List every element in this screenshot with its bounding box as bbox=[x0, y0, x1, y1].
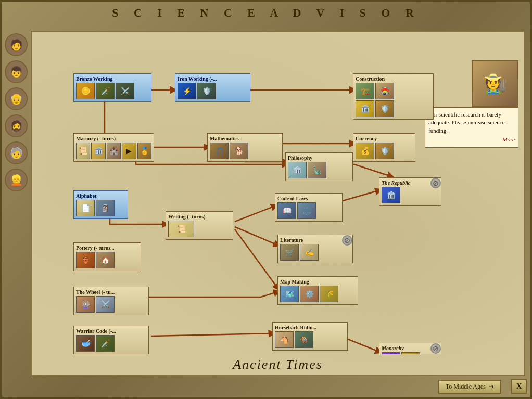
avatar-4[interactable]: 🧔 bbox=[5, 114, 28, 137]
tech-icons: 🎵 🐕 bbox=[210, 143, 280, 159]
next-era-label: To Middle Ages bbox=[446, 383, 486, 391]
svg-line-8 bbox=[151, 333, 272, 336]
icon-horse: 🐴 bbox=[275, 331, 294, 348]
icon-golden: 🏛️ bbox=[356, 100, 374, 117]
tech-icons: 🏛️ 🗽 bbox=[288, 162, 350, 178]
icon-dog: 🐕 bbox=[230, 143, 248, 159]
tech-title: Bronze Working bbox=[76, 76, 149, 82]
icon-harp: 🎵 bbox=[210, 143, 229, 159]
icon-pyramid: 🏛️ bbox=[91, 143, 105, 159]
tech-iron-working[interactable]: Iron Working (-... ⚡ 🛡️ bbox=[175, 73, 250, 102]
tech-icons: 🐴 🏇 bbox=[275, 331, 345, 348]
icon-pillars: 🏛️ bbox=[288, 162, 307, 178]
avatar-2[interactable]: 👦 bbox=[5, 60, 28, 83]
icon-bronze: 🪙 bbox=[76, 83, 95, 99]
tech-construction[interactable]: Construction 🏗️ 🏟️ 🏛️ 🛡️ bbox=[353, 73, 434, 120]
icon-warrior: 🗡️ bbox=[96, 335, 115, 352]
tech-bronze-working[interactable]: Bronze Working 🪙 🗡️ ⚔️ bbox=[73, 73, 151, 102]
icon-building: 🗽 bbox=[308, 162, 326, 178]
icon-book: 📖 bbox=[277, 202, 296, 219]
icon-scroll: 📄 bbox=[76, 200, 95, 216]
tech-canvas: Bronze Working 🪙 🗡️ ⚔️ Iron Working (-..… bbox=[32, 32, 524, 354]
tech-icons: 📄 🗿 bbox=[76, 200, 125, 216]
tech-icons: 💰 🛡️ bbox=[356, 143, 413, 159]
page-title: S C I E N C E A D V I S O R bbox=[2, 2, 530, 23]
tech-republic[interactable]: The Republic ⊘ 🏛️ bbox=[379, 177, 441, 206]
tech-title: Construction bbox=[356, 76, 431, 82]
icon-parchment: 📜 bbox=[168, 221, 194, 237]
tech-title: Code of Laws bbox=[277, 196, 340, 201]
left-faces: 🧑 👦 👴 🧔 🧓 👱 bbox=[5, 33, 28, 191]
tech-icons: 🏛️ bbox=[382, 187, 439, 203]
tech-pottery[interactable]: Pottery (- turns... 🏺 🏠 bbox=[73, 242, 141, 271]
tech-title: The Wheel (- tu... bbox=[76, 289, 146, 295]
tech-icons: 🗺️ ⚙️ 🌾 bbox=[280, 286, 356, 302]
tech-icons: 📜 bbox=[168, 221, 231, 237]
icon-lightning: ⚡ bbox=[178, 83, 196, 99]
tech-monarchy[interactable]: Monarchy ⊘ 👑 🏰 bbox=[379, 343, 441, 354]
tech-title: Pottery (- turns... bbox=[76, 245, 138, 251]
next-era-button[interactable]: To Middle Ages ➜ bbox=[438, 380, 501, 394]
tech-title: Horseback Ridin... bbox=[275, 325, 345, 330]
tech-icons: 📖 ⚖️ bbox=[277, 202, 340, 219]
icon-map: 🗺️ bbox=[280, 286, 299, 302]
icon-spear: ⚔️ bbox=[116, 83, 134, 99]
tech-writing[interactable]: Writing (- turns) 📜 bbox=[166, 211, 233, 240]
tech-icons: 🏺 🏠 bbox=[76, 252, 138, 268]
svg-line-4 bbox=[235, 206, 275, 222]
tech-icons: 🎡 ⚔️ bbox=[76, 296, 146, 313]
icon-wheel: 🎡 bbox=[76, 296, 95, 313]
tech-the-wheel[interactable]: The Wheel (- tu... 🎡 ⚔️ bbox=[73, 287, 149, 315]
tech-title: Warrior Code (-... bbox=[76, 328, 146, 334]
icon-cart: 🛒 bbox=[280, 244, 299, 261]
tech-title: Masonry (- turns) bbox=[76, 136, 151, 141]
tech-code-of-laws[interactable]: Code of Laws 📖 ⚖️ bbox=[275, 193, 343, 222]
tech-alphabet[interactable]: Alphabet 📄 🗿 bbox=[73, 190, 128, 219]
tech-mathematics[interactable]: Mathematics 🎵 🐕 bbox=[207, 133, 283, 162]
icon-rider: 🏇 bbox=[295, 331, 313, 348]
icon-shield: 🥇 bbox=[137, 143, 151, 159]
tech-title: Writing (- turns) bbox=[168, 214, 231, 220]
tech-warrior-code[interactable]: Warrior Code (-... 🥣 🗡️ bbox=[73, 326, 149, 354]
icon-sword: ⚔️ bbox=[96, 296, 115, 313]
tech-map-making[interactable]: Map Making 🗺️ ⚙️ 🌾 bbox=[277, 276, 358, 305]
icon-statue: 🗿 bbox=[96, 200, 115, 216]
avatar-1[interactable]: 🧑 bbox=[5, 33, 28, 56]
icon-fence: 🏗️ bbox=[356, 83, 374, 99]
tech-icons: 🛒 ✍️ bbox=[280, 244, 350, 261]
icon-bowl: 🥣 bbox=[76, 335, 95, 352]
avatar-6[interactable]: 👱 bbox=[5, 169, 28, 191]
icon-scroll: 📜 bbox=[76, 143, 90, 159]
icon-statue: ⚖️ bbox=[297, 202, 316, 219]
icon-wheel: ⚙️ bbox=[300, 286, 319, 302]
disabled-marker: ⊘ bbox=[430, 343, 441, 354]
tech-title: Philosophy bbox=[288, 155, 350, 161]
tech-literature[interactable]: Literature ⊘ 🛒 ✍️ bbox=[277, 235, 353, 263]
tech-philosophy[interactable]: Philosophy 🏛️ 🗽 bbox=[285, 152, 353, 181]
icon-shield: 🛡️ bbox=[375, 143, 394, 159]
tech-title: Alphabet bbox=[76, 193, 125, 199]
tech-icons: 🥣 🗡️ bbox=[76, 335, 146, 352]
icon-shield: 🛡️ bbox=[375, 100, 394, 117]
tech-icons: 📜 🏛️ 🏰 ▶ 🥇 bbox=[76, 143, 151, 159]
tech-title: Literature bbox=[280, 237, 350, 243]
tech-horseback-riding[interactable]: Horseback Ridin... 🐴 🏇 bbox=[272, 322, 348, 351]
avatar-5[interactable]: 🧓 bbox=[5, 141, 28, 164]
icon-grain: 🌾 bbox=[320, 286, 338, 302]
tech-currency[interactable]: Currency 💰 🛡️ bbox=[353, 133, 415, 162]
main-area: 🧑‍🌾 Our scientific research is barely ad… bbox=[31, 31, 525, 376]
avatar-3[interactable]: 👴 bbox=[5, 87, 28, 110]
tech-title: Iron Working (-... bbox=[178, 76, 248, 82]
icon-pottery: 🏺 bbox=[76, 252, 95, 268]
tech-icons-row2: 🏛️ 🛡️ bbox=[356, 100, 431, 117]
close-button[interactable]: X bbox=[511, 379, 527, 394]
icon-colosseum: 🏟️ bbox=[375, 83, 394, 99]
tech-masonry[interactable]: Masonry (- turns) 📜 🏛️ 🏰 ▶ 🥇 bbox=[73, 133, 154, 162]
tech-icons: ⚡ 🛡️ bbox=[178, 83, 248, 99]
icon-blue: 🏛️ bbox=[382, 187, 400, 203]
bottom-bar: Ancient Times bbox=[32, 354, 524, 375]
tech-title: Currency bbox=[356, 136, 413, 141]
disabled-marker: ⊘ bbox=[342, 235, 352, 246]
icon-writer: ✍️ bbox=[300, 244, 319, 261]
icon-knight: 🛡️ bbox=[197, 83, 216, 99]
